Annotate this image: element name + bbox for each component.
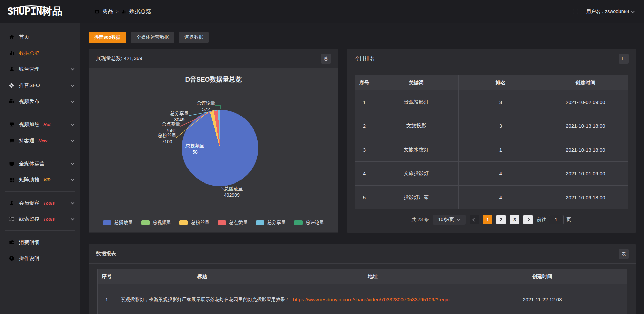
table-cell-url: https://www.iesdouyin.com/share/video/70… (288, 284, 458, 314)
app-square-icon (95, 9, 99, 14)
table-cell-title: 景观投影灯，夜游景观投影灯厂家展示展示落花灯在花园里的灯光投影应用效果 #... (116, 284, 288, 314)
column-header: 标题 (116, 269, 288, 284)
legend-chip (218, 220, 226, 225)
sidebar-item-label: 全媒体运营 (19, 161, 44, 167)
ranking-panel-title: 今日排名 (355, 55, 375, 62)
bar-chart-icon (121, 9, 126, 14)
sidebar-item-label: 视频加热 (19, 121, 39, 128)
column-header: 创建时间 (543, 75, 628, 90)
goto-suffix: 页 (566, 217, 571, 223)
table-cell-created: 2021-11-22 12:08 (458, 284, 627, 314)
tab-douyin-seo-data[interactable]: 抖音seo数据 (89, 32, 126, 43)
sidebar-item-label: 消费明细 (19, 239, 39, 246)
sidebar-item-label: 会员爆客 (19, 200, 39, 206)
hot-badge: Hot (43, 122, 51, 127)
table-cell-keyword: 文旅投影 (374, 114, 459, 138)
pie-label-plays: 总播放量402909 (224, 186, 254, 198)
table-view-button[interactable]: 表 (619, 249, 629, 259)
column-header: 排名 (459, 75, 543, 90)
sidebar-item-member-baoke[interactable]: 会员爆客 Tools (0, 195, 80, 211)
tools-badge: Tools (43, 201, 55, 206)
breadcrumb-current[interactable]: 数据总览 (129, 8, 151, 15)
chart-title: D音SEO数据量总览 (89, 75, 338, 84)
table-cell-rank: 1 (459, 138, 543, 162)
goto-page-input[interactable] (549, 215, 564, 224)
page-button-2[interactable]: 2 (496, 215, 506, 224)
table-cell-created: 2021-10-09 18:00 (543, 186, 628, 209)
legend-item-likes[interactable]: 总点赞量 (218, 220, 248, 226)
table-cell-index: 5 (355, 186, 374, 209)
pie-chart-area: D音SEO数据量总览 总评论量572 总分享量3049 总点赞量7681 (89, 68, 338, 232)
logo-arc-decoration (9, 5, 53, 10)
page-button-3[interactable]: 3 (510, 215, 519, 224)
legend-chip (256, 220, 264, 225)
sidebar-item-clue-monitor[interactable]: 线索监控 Tools (0, 211, 80, 227)
chevron-down-icon (71, 138, 74, 142)
legend-item-plays[interactable]: 总播放量 (103, 220, 133, 226)
video-link[interactable]: https://www.iesdouyin.com/share/video/70… (293, 297, 452, 302)
chart-legend: 总播放量 总视频量 总粉丝量 总点赞量 总分享量 总评论量 (89, 220, 338, 226)
sidebar-item-douyin-seo[interactable]: 抖音SEO (0, 77, 80, 93)
report-table: 序号 标题 地址 创建时间 1 景观投影灯，夜游景观投影灯厂家展示展示落花灯在花… (97, 269, 627, 314)
person-icon (9, 200, 15, 206)
page-size-select[interactable]: 10条/页 (433, 215, 466, 225)
vip-badge: VIP (43, 177, 50, 182)
chevron-down-icon (71, 161, 74, 165)
chevron-down-icon (71, 217, 74, 220)
legend-item-fans[interactable]: 总粉丝量 (179, 220, 210, 226)
legend-item-shares[interactable]: 总分享量 (256, 220, 286, 226)
sidebar-item-video-heat[interactable]: 视频加热 Hot (0, 116, 80, 133)
prev-page-button[interactable] (470, 215, 479, 224)
sidebar-item-home[interactable]: 首页 (0, 29, 80, 45)
breadcrumb-root[interactable]: 树品 (103, 8, 113, 15)
table-cell-created: 2021-10-02 09:00 (543, 90, 628, 114)
chevron-down-icon (631, 9, 635, 13)
table-cell-keyword: 文旅投影灯 (374, 162, 459, 186)
ranking-table: 序号 关键词 排名 创建时间 1 景观投影灯 3 2021-10-02 09:0… (355, 75, 628, 209)
sidebar-item-video-publish[interactable]: 视频发布 (0, 93, 80, 109)
table-cell-rank: 3 (459, 114, 543, 138)
fullscreen-icon[interactable] (573, 9, 578, 14)
data-report-panel: 数据报表 表 序号 标题 地址 创建时间 1 景观投影灯，夜游景观投影灯厂家展示… (89, 244, 636, 314)
column-header: 序号 (355, 75, 374, 90)
column-header: 创建时间 (458, 269, 627, 284)
tab-media-operation-data[interactable]: 全媒体运营数据 (131, 32, 174, 43)
sidebar-item-matrix-boost[interactable]: 矩阵助推 VIP (0, 172, 80, 188)
goto-label: 前往 (537, 217, 546, 223)
next-page-button[interactable] (523, 215, 533, 224)
user-menu[interactable]: 用户名：zswodun88 (586, 9, 635, 15)
question-circle-icon (9, 256, 15, 261)
column-header: 序号 (98, 269, 116, 284)
chevron-down-icon (457, 217, 460, 221)
sidebar-item-account[interactable]: 账号管理 (0, 61, 80, 77)
sidebar-item-label: 操作说明 (19, 255, 39, 262)
pagination-total: 共 23 条 (412, 217, 429, 223)
daily-view-button[interactable]: 日 (619, 54, 629, 64)
page-button-1[interactable]: 1 (483, 215, 492, 224)
top-header: SHUPIN树品 树品 > 数据总览 用户名：zswodun88 (0, 0, 644, 23)
sidebar-item-label: 矩阵助推 (19, 177, 39, 183)
legend-item-videos[interactable]: 总视频量 (141, 220, 171, 226)
sidebar-item-consumption-detail[interactable]: 消费明细 (0, 234, 80, 250)
sidebar-item-label: 首页 (19, 34, 29, 40)
bar-chart-icon (9, 50, 15, 56)
sidebar-item-instructions[interactable]: 操作说明 (0, 250, 80, 266)
table-cell-rank: 4 (459, 162, 543, 186)
table-cell-created: 2021-10-13 18:00 (543, 138, 628, 162)
tab-inquiry-data[interactable]: 询盘数据 (179, 32, 209, 43)
chevron-down-icon (71, 201, 74, 204)
table-cell-keyword: 投影灯厂家 (374, 186, 459, 209)
table-cell-keyword: 文旅水纹灯 (374, 138, 459, 162)
total-view-button[interactable]: 总 (321, 54, 331, 64)
sidebar-item-douketong[interactable]: 抖客通 New (0, 133, 80, 149)
legend-item-comments[interactable]: 总评论量 (294, 220, 324, 226)
sidebar-item-label: 视频发布 (19, 98, 39, 105)
table-cell-created: 2021-10-01 09:00 (543, 162, 628, 186)
chevron-down-icon (71, 177, 74, 181)
grid-icon (9, 177, 15, 182)
sidebar-item-media-operation[interactable]: 全媒体运营 (0, 156, 80, 172)
data-tabs: 抖音seo数据 全媒体运营数据 询盘数据 (89, 32, 636, 43)
app-logo[interactable]: SHUPIN树品 (0, 5, 80, 18)
sidebar-item-data-overview[interactable]: 数据总览 (0, 45, 80, 61)
legend-chip (141, 220, 150, 225)
